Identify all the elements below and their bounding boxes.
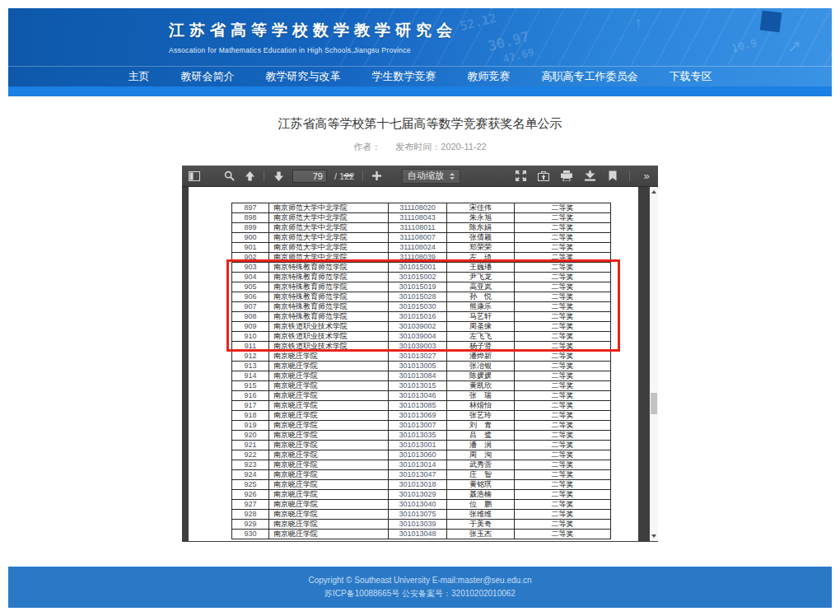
student-id: 301015030 — [389, 302, 447, 312]
award-level: 二等奖 — [515, 391, 611, 401]
zoom-in-icon[interactable] — [371, 170, 384, 183]
row-number: 907 — [232, 302, 269, 312]
student-name: 左飞飞 — [447, 332, 515, 342]
row-number: 912 — [232, 352, 269, 362]
page-up-icon[interactable] — [243, 170, 256, 183]
site-logo[interactable]: 江苏省高等学校数学教学研究会 Assocation for Mathematic… — [169, 20, 457, 54]
main-nav: 主页 教研会简介 教学研究与改革 学生数学竞赛 教师竞赛 高职高专工作委员会 下… — [8, 66, 832, 86]
table-row: 906南京特殊教育师范学院301015028孙 悦二等奖 — [232, 292, 611, 302]
presentation-mode-icon[interactable] — [514, 170, 527, 183]
school-name: 南京晓庄学院 — [269, 530, 389, 539]
student-name: 黄铭琪 — [447, 480, 515, 490]
row-number: 901 — [232, 243, 269, 253]
table-row: 930南京晓庄学院301013048张玉杰二等奖 — [232, 530, 611, 539]
page-title: 江苏省高等学校第十七届高等数学竞赛获奖名单公示 — [8, 116, 832, 132]
nav-item-home[interactable]: 主页 — [128, 69, 150, 84]
award-level: 二等奖 — [515, 332, 611, 342]
student-name: 张玉杰 — [447, 530, 515, 539]
pdf-scrollbar[interactable] — [650, 187, 658, 541]
table-row: 904南京特殊教育师范学院301015002尹飞龙二等奖 — [232, 273, 611, 282]
student-name: 杨子贤 — [447, 342, 515, 352]
student-name: 熊康乐 — [447, 302, 515, 312]
site-footer: Copyright © Southeast University E-mail:… — [8, 567, 832, 608]
school-name: 南京晓庄学院 — [269, 431, 389, 441]
table-row: 905南京特殊教育师范学院301015019高亚岚二等奖 — [232, 282, 611, 292]
bookmark-icon[interactable] — [606, 170, 619, 183]
student-name: 朱永旭 — [447, 213, 515, 223]
table-row: 924南京晓庄学院301013047庄 智二等奖 — [232, 470, 611, 480]
pdf-viewer: / 122 自动缩放 — [182, 166, 658, 542]
scroll-up-icon[interactable] — [651, 190, 656, 194]
deco-number: 52.12 — [458, 11, 497, 34]
row-number: 906 — [232, 292, 269, 302]
school-name: 南京师范大学中北学院 — [269, 203, 389, 213]
student-name: 张维维 — [447, 510, 515, 520]
deco-cube-icon — [760, 11, 782, 33]
student-id: 301039004 — [389, 332, 447, 342]
award-level: 二等奖 — [515, 431, 611, 441]
footer-icp: 苏ICP备10088665号 公安备案号：32010202010062 — [8, 587, 832, 600]
nav-item-teacher-contest[interactable]: 教师竞赛 — [468, 69, 511, 84]
award-level: 二等奖 — [515, 470, 611, 480]
student-id: 301013039 — [389, 520, 447, 530]
school-name: 南京铁道职业技术学院 — [269, 332, 389, 342]
student-id: 301013040 — [389, 500, 447, 510]
row-number: 908 — [232, 312, 269, 322]
table-row: 901南京师范大学中北学院311108024郑荣荣二等奖 — [232, 243, 611, 253]
award-level: 二等奖 — [515, 401, 611, 411]
print-icon[interactable] — [560, 170, 573, 183]
chevron-updown-icon — [450, 173, 455, 180]
student-name: 陈东娟 — [447, 223, 515, 233]
student-name: 林烺怡 — [447, 401, 515, 411]
page: 52.12 30.97 47.69 10.9 ↑ ↗ 江苏省高等学校数学教学研究… — [8, 0, 832, 608]
row-number: 923 — [232, 460, 269, 470]
row-number: 909 — [232, 322, 269, 332]
scroll-down-icon[interactable] — [651, 534, 656, 538]
school-name: 南京晓庄学院 — [269, 362, 389, 371]
student-name: 周 洵 — [447, 450, 515, 460]
table-row: 913南京晓庄学院301013005张冶银二等奖 — [232, 362, 611, 371]
award-level: 二等奖 — [515, 421, 611, 431]
award-level: 二等奖 — [515, 292, 611, 302]
table-row: 916南京晓庄学院301013046张 瑞二等奖 — [232, 391, 611, 401]
school-name: 南京晓庄学院 — [269, 401, 389, 411]
school-name: 南京特殊教育师范学院 — [269, 292, 389, 302]
student-id: 301013085 — [389, 401, 447, 411]
student-name: 周圣缘 — [447, 322, 515, 332]
open-file-icon[interactable] — [537, 170, 550, 183]
student-id: 301013015 — [389, 381, 447, 391]
download-icon[interactable] — [583, 170, 596, 183]
student-id: 311108043 — [389, 213, 447, 223]
row-number: 930 — [232, 530, 269, 539]
student-id: 301039002 — [389, 322, 447, 332]
nav-item-vocational-committee[interactable]: 高职高专工作委员会 — [542, 69, 638, 84]
nav-item-student-contest[interactable]: 学生数学竞赛 — [372, 69, 436, 84]
zoom-select[interactable]: 自动缩放 — [402, 169, 460, 184]
table-row: 909南京铁道职业技术学院301039002周圣缘二等奖 — [232, 322, 611, 332]
nav-item-downloads[interactable]: 下载专区 — [670, 69, 712, 84]
row-number: 898 — [232, 213, 269, 223]
zoom-out-icon[interactable] — [342, 170, 355, 183]
student-id: 301013001 — [389, 441, 447, 450]
toolbar-more-icon[interactable]: » — [640, 170, 653, 183]
page-down-icon[interactable] — [272, 170, 285, 183]
student-name: 黄凯欣 — [447, 381, 515, 391]
page-number-input[interactable] — [292, 170, 327, 183]
sidebar-toggle-icon[interactable] — [188, 170, 201, 183]
nav-item-research[interactable]: 教学研究与改革 — [266, 69, 341, 84]
student-name: 刘 青 — [447, 421, 515, 431]
student-id: 301039003 — [389, 342, 447, 352]
table-row: 900南京师范大学中北学院311108007张倩颖二等奖 — [232, 233, 611, 243]
scrollbar-thumb[interactable] — [651, 393, 657, 414]
award-level: 二等奖 — [515, 500, 611, 510]
row-number: 921 — [232, 441, 269, 450]
school-name: 南京特殊教育师范学院 — [269, 312, 389, 322]
search-icon[interactable] — [222, 170, 236, 183]
table-row: 907南京特殊教育师范学院301015030熊康乐二等奖 — [232, 302, 611, 312]
student-name: 高亚岚 — [447, 282, 515, 292]
nav-item-about[interactable]: 教研会简介 — [181, 69, 235, 84]
table-row: 898南京师范大学中北学院311108043朱永旭二等奖 — [232, 213, 611, 223]
row-number: 926 — [232, 490, 269, 500]
accent-strip — [8, 86, 832, 96]
table-row: 899南京师范大学中北学院311108011陈东娟二等奖 — [232, 223, 611, 233]
